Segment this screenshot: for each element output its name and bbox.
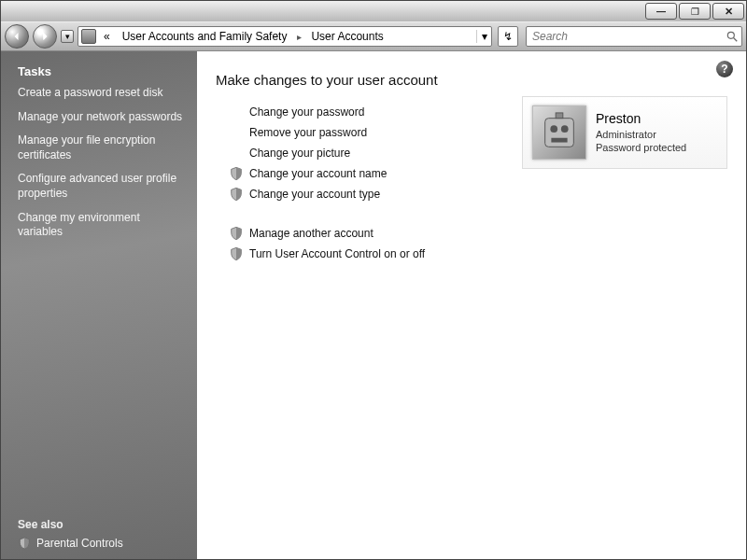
user-name: Preston bbox=[596, 110, 686, 128]
breadcrumb-up[interactable]: « bbox=[98, 27, 117, 46]
chevron-right-icon: ▸ bbox=[293, 32, 305, 42]
op-label: Change your account type bbox=[249, 188, 380, 201]
shield-icon bbox=[229, 166, 244, 181]
content-pane: ? Make changes to your user account Chan… bbox=[197, 51, 746, 559]
tasks-heading: Tasks bbox=[18, 64, 184, 78]
op-change-password[interactable]: Change your password bbox=[229, 105, 425, 119]
maximize-button[interactable] bbox=[679, 3, 711, 20]
op-change-type[interactable]: Change your account type bbox=[229, 187, 425, 202]
shield-icon bbox=[18, 537, 31, 550]
shield-icon bbox=[229, 226, 244, 241]
task-file-encryption-certs[interactable]: Manage your file encryption certificates bbox=[18, 133, 184, 162]
shield-icon bbox=[229, 187, 244, 202]
address-bar[interactable]: « User Accounts and Family Safety ▸ User… bbox=[78, 26, 492, 47]
task-network-passwords[interactable]: Manage your network passwords bbox=[18, 110, 184, 125]
see-also-parental-controls[interactable]: Parental Controls bbox=[18, 537, 184, 550]
breadcrumb-current[interactable]: User Accounts bbox=[305, 27, 389, 46]
body: Tasks Create a password reset disk Manag… bbox=[1, 51, 746, 559]
search-icon[interactable] bbox=[723, 30, 741, 43]
page-heading: Make changes to your user account bbox=[216, 72, 727, 88]
refresh-button[interactable] bbox=[498, 26, 518, 47]
see-also-label: Parental Controls bbox=[36, 537, 123, 550]
account-operations: Change your password Remove your passwor… bbox=[229, 105, 425, 267]
search-input[interactable] bbox=[527, 27, 723, 46]
task-advanced-profile[interactable]: Configure advanced user profile properti… bbox=[18, 172, 184, 201]
op-uac-toggle[interactable]: Turn User Account Control on or off bbox=[229, 246, 425, 261]
back-button[interactable] bbox=[5, 24, 29, 49]
search-box[interactable] bbox=[526, 26, 742, 47]
help-button[interactable]: ? bbox=[716, 61, 733, 77]
op-label: Turn User Account Control on or off bbox=[249, 247, 425, 260]
address-dropdown[interactable]: ▾ bbox=[476, 30, 491, 43]
control-panel-icon bbox=[81, 29, 96, 44]
title-bar bbox=[1, 1, 746, 21]
navigation-toolbar: « User Accounts and Family Safety ▸ User… bbox=[1, 21, 746, 51]
task-password-reset-disk[interactable]: Create a password reset disk bbox=[18, 86, 184, 101]
op-change-picture[interactable]: Change your picture bbox=[229, 146, 425, 161]
shield-icon bbox=[229, 246, 244, 261]
op-label: Manage another account bbox=[249, 227, 374, 240]
user-password-status: Password protected bbox=[596, 141, 686, 155]
window-frame: « User Accounts and Family Safety ▸ User… bbox=[0, 0, 747, 560]
op-remove-password[interactable]: Remove your password bbox=[229, 125, 425, 140]
op-label: Remove your password bbox=[249, 126, 367, 139]
op-change-name[interactable]: Change your account name bbox=[229, 166, 425, 181]
minimize-button[interactable] bbox=[645, 3, 677, 20]
breadcrumb-parent[interactable]: User Accounts and Family Safety bbox=[117, 27, 294, 46]
forward-button[interactable] bbox=[33, 24, 57, 49]
tasks-sidebar: Tasks Create a password reset disk Manag… bbox=[1, 51, 197, 559]
op-label: Change your account name bbox=[249, 167, 387, 180]
op-label: Change your picture bbox=[249, 147, 350, 160]
op-manage-another[interactable]: Manage another account bbox=[229, 226, 425, 241]
recent-pages-dropdown[interactable] bbox=[61, 30, 74, 43]
close-button[interactable] bbox=[712, 3, 744, 20]
user-role: Administrator bbox=[596, 128, 686, 142]
user-info: Preston Administrator Password protected bbox=[596, 110, 686, 156]
op-label: Change your password bbox=[249, 105, 364, 119]
task-env-variables[interactable]: Change my environment variables bbox=[18, 211, 184, 240]
current-user-card[interactable]: Preston Administrator Password protected bbox=[522, 96, 727, 169]
user-picture bbox=[532, 105, 586, 160]
see-also-heading: See also bbox=[18, 518, 184, 531]
